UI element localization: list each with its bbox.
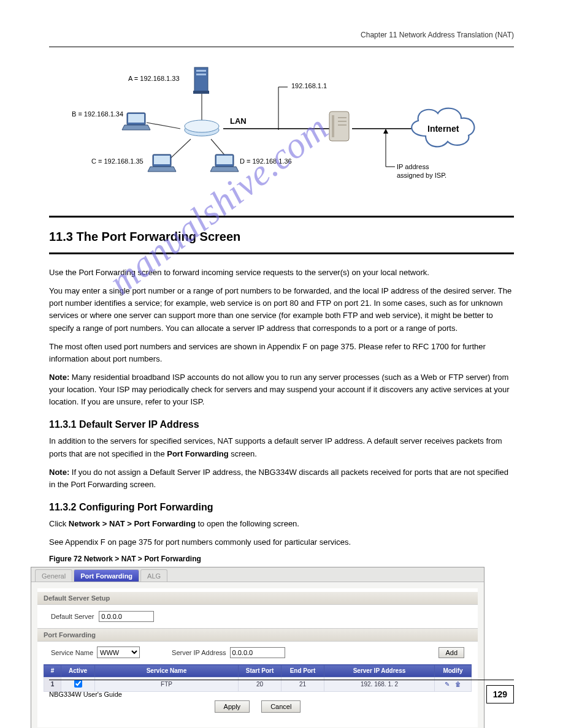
diagram-label-d: D = 192.168.1.36 [240, 157, 292, 165]
subsection-body-1: In addition to the servers for specified… [49, 435, 514, 460]
svg-rect-14 [128, 114, 144, 123]
server-ip-input[interactable] [230, 647, 285, 658]
section-heading: 11.3 The Port Forwarding Screen [49, 230, 514, 244]
svg-rect-10 [193, 91, 209, 94]
diagram-internet-label: Internet [427, 124, 459, 134]
subsection-body-2: Click Network > NAT > Port Forwarding to… [49, 518, 514, 530]
footer-guide-title: NBG334W User's Guide [49, 691, 122, 698]
col-end-port: End Port [282, 665, 324, 677]
section-paragraph-2a: You may enter a single port number or a … [49, 285, 514, 335]
tab-port-forwarding[interactable]: Port Forwarding [74, 569, 139, 582]
default-server-label: Default Server [51, 613, 94, 620]
section-rule-top [49, 216, 514, 218]
default-server-input[interactable] [99, 611, 154, 622]
tab-general[interactable]: General [35, 569, 72, 582]
diagram-isp-note-2: assigned by ISP. [397, 172, 446, 179]
figure-caption: Figure 72 Network > NAT > Port Forwardin… [49, 555, 514, 563]
subsection-heading-1: 11.3.1 Default Server IP Address [49, 419, 514, 430]
tab-alg[interactable]: ALG [140, 569, 167, 582]
server-ip-label: Server IP Address [172, 649, 226, 656]
group-port-forwarding: Port Forwarding [37, 628, 478, 642]
section-rule-bottom [49, 252, 514, 254]
svg-line-2 [168, 139, 191, 161]
section-paragraph-1: Use the Port Forwarding screen to forwar… [49, 267, 514, 279]
subsection-note-1: Note: If you do not assign a Default Ser… [49, 466, 514, 491]
col-start-port: Start Port [239, 665, 282, 677]
col-active: Active [61, 665, 95, 677]
page-number: 129 [486, 685, 514, 703]
col-server-ip: Server IP Address [324, 665, 435, 677]
svg-marker-6 [383, 129, 388, 134]
svg-rect-12 [196, 74, 206, 75]
page-footer: NBG334W User's Guide 129 [49, 680, 514, 703]
diagram-router-ip: 192.168.1.1 [291, 82, 327, 89]
header-chapter-ref: Chapter 11 Network Address Translation (… [49, 31, 514, 39]
svg-rect-16 [154, 156, 170, 164]
diagram-lan-label: LAN [230, 116, 247, 126]
group-default-server: Default Server Setup [37, 592, 478, 605]
tab-bar: General Port Forwarding ALG [31, 567, 484, 582]
subsection-heading-2: 11.3.2 Configuring Port Forwarding [49, 502, 514, 513]
subsection-body-2d: See Appendix F on page 375 for port numb… [49, 536, 514, 548]
service-name-select[interactable]: WWW [97, 646, 140, 658]
service-name-label: Service Name [51, 649, 93, 656]
diagram-label-b: B = 192.168.1.34 [72, 110, 123, 118]
header-rule [49, 47, 514, 47]
diagram-label-c: C = 192.168.1.35 [91, 157, 144, 165]
section-paragraph-2b: The most often used port numbers and ser… [49, 341, 514, 365]
svg-point-8 [185, 120, 219, 132]
diagram-label-a: A = 192.168.1.33 [128, 75, 180, 82]
svg-rect-20 [332, 115, 334, 137]
svg-line-1 [147, 123, 180, 129]
col-service-name: Service Name [95, 665, 239, 677]
col-modify: Modify [435, 665, 472, 677]
svg-rect-18 [216, 156, 232, 164]
network-diagram: A = 192.168.1.33 B = 192.168.1.34 C = 19… [73, 63, 490, 197]
diagram-isp-note-1: IP address [397, 163, 429, 170]
col-num: # [44, 665, 61, 677]
section-note: Note: Many residential broadband ISP acc… [49, 371, 514, 408]
port-forwarding-panel: General Port Forwarding ALG Default Serv… [31, 567, 484, 728]
svg-rect-11 [196, 70, 206, 72]
add-button[interactable]: Add [439, 647, 464, 658]
